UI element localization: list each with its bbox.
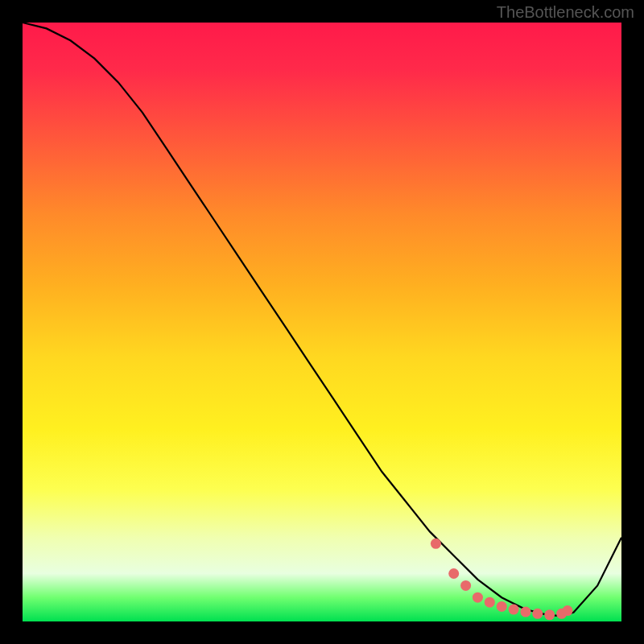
marker-point (521, 607, 531, 617)
watermark-label: TheBottleneck.com (497, 3, 634, 22)
marker-point (485, 597, 495, 608)
curve-line (23, 23, 621, 616)
marker-point (460, 580, 471, 591)
marker-point (431, 539, 441, 549)
marker-group (431, 539, 573, 621)
marker-point (544, 609, 555, 620)
marker-point (473, 592, 483, 603)
marker-point (497, 601, 507, 612)
marker-point (532, 609, 543, 619)
chart-plot-area (23, 23, 621, 621)
chart-svg (23, 23, 621, 621)
marker-point (563, 605, 573, 616)
marker-point (509, 605, 519, 615)
marker-point (448, 568, 459, 579)
